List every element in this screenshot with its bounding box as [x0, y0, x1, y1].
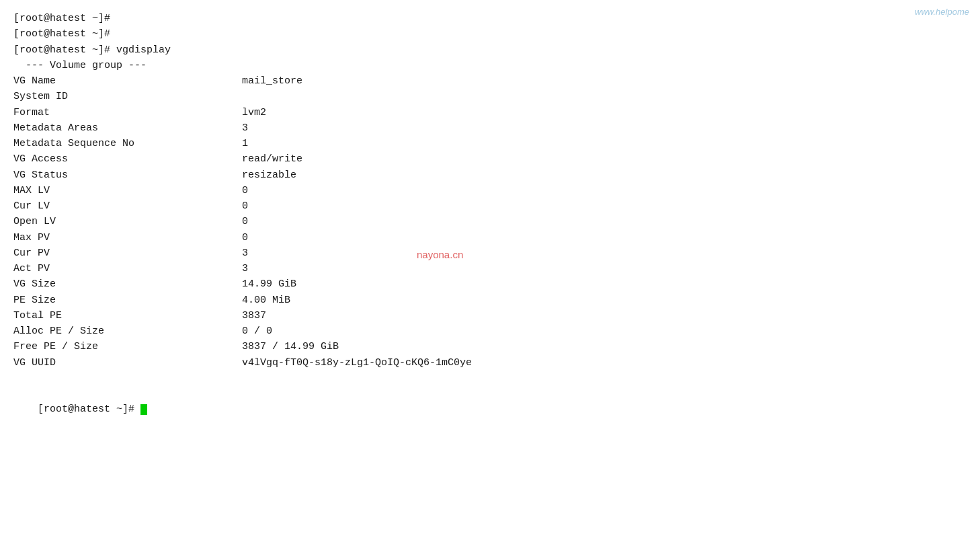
vg-field-value: 3	[242, 261, 248, 276]
vg-row: Max PV0	[13, 230, 967, 245]
vg-row: Metadata Sequence No1	[13, 136, 967, 151]
watermark-mid: nayona.cn	[417, 249, 463, 260]
vg-table: VG Namemail_store System ID Formatlvm2 M…	[13, 73, 967, 371]
vg-field-value: 3	[242, 120, 248, 136]
vg-field-key: Max PV	[13, 230, 242, 245]
vg-field-value: read/write	[242, 151, 302, 167]
vg-row: VG Statusresizable	[13, 167, 967, 183]
vg-row: Open LV0	[13, 214, 967, 229]
vg-header: --- Volume group ---	[13, 58, 967, 73]
vg-row: Total PE3837	[13, 308, 967, 323]
vg-row: VG UUIDv4lVgq-fT0Q-s18y-zLg1-QoIQ-cKQ6-1…	[13, 355, 967, 371]
vg-field-key: VG UUID	[13, 355, 242, 371]
vg-field-key: Cur LV	[13, 198, 242, 214]
vg-row: VG Accessread/write	[13, 151, 967, 167]
terminal-line: [root@hatest ~]# vgdisplay	[13, 42, 967, 58]
vg-field-key: Cur PV	[13, 245, 242, 261]
vg-field-value: 0	[242, 214, 248, 229]
terminal-lines-before: [root@hatest ~]# [root@hatest ~]# [root@…	[13, 11, 967, 58]
final-prompt: [root@hatest ~]#	[13, 386, 967, 433]
vg-field-value: 4.00 MiB	[242, 293, 290, 308]
vg-field-key: Format	[13, 105, 242, 120]
blank-line	[13, 371, 967, 386]
vg-field-value: 3	[242, 245, 248, 261]
vg-row: Cur PV3	[13, 245, 967, 261]
vg-field-key: VG Access	[13, 151, 242, 167]
vg-field-value: 3837 / 14.99 GiB	[242, 339, 339, 354]
watermark-top: www.helpome	[915, 7, 969, 17]
vg-row: Metadata Areas3	[13, 120, 967, 136]
vg-field-key: MAX LV	[13, 183, 242, 198]
terminal-line: [root@hatest ~]#	[13, 11, 967, 26]
vg-field-key: PE Size	[13, 293, 242, 308]
vg-field-key: Metadata Sequence No	[13, 136, 242, 151]
vg-field-value: 14.99 GiB	[242, 276, 296, 292]
vg-row: Act PV3	[13, 261, 967, 276]
vg-field-value: resizable	[242, 167, 296, 183]
vg-row: VG Namemail_store	[13, 73, 967, 89]
vg-field-key: Total PE	[13, 308, 242, 323]
vg-row: Formatlvm2	[13, 105, 967, 120]
vg-field-key: VG Name	[13, 73, 242, 89]
vg-field-key: System ID	[13, 89, 242, 104]
vg-field-key: Alloc PE / Size	[13, 323, 242, 339]
terminal-window: www.helpome [root@hatest ~]# [root@hates…	[0, 0, 980, 534]
vg-field-value: mail_store	[242, 73, 302, 89]
vg-row: MAX LV0	[13, 183, 967, 198]
vg-row: PE Size4.00 MiB	[13, 293, 967, 308]
vg-field-value: lvm2	[242, 105, 266, 120]
vg-field-value: 0	[242, 230, 248, 245]
vg-field-value: v4lVgq-fT0Q-s18y-zLg1-QoIQ-cKQ6-1mC0ye	[242, 355, 472, 371]
vg-row: Free PE / Size3837 / 14.99 GiB	[13, 339, 967, 354]
vg-field-key: Act PV	[13, 261, 242, 276]
vg-field-key: Free PE / Size	[13, 339, 242, 354]
vg-field-key: Metadata Areas	[13, 120, 242, 136]
vg-row: Cur LV0	[13, 198, 967, 214]
vg-field-key: Open LV	[13, 214, 242, 229]
cursor	[140, 404, 147, 415]
vg-field-value: 1	[242, 136, 248, 151]
vg-field-key: VG Status	[13, 167, 242, 183]
vg-row: Alloc PE / Size0 / 0	[13, 323, 967, 339]
vg-row: System ID	[13, 89, 967, 104]
vg-field-value: 3837	[242, 308, 266, 323]
vg-field-value: 0	[242, 198, 248, 214]
terminal-line: [root@hatest ~]#	[13, 26, 967, 42]
vg-row: VG Size14.99 GiB	[13, 276, 967, 292]
vg-field-value: 0 / 0	[242, 323, 272, 339]
vg-field-value: 0	[242, 183, 248, 198]
vg-field-key: VG Size	[13, 276, 242, 292]
